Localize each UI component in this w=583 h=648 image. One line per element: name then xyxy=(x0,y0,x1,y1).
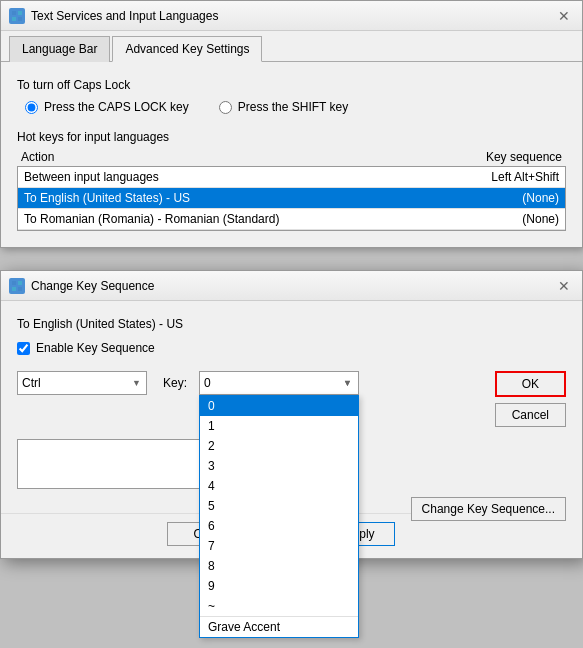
dd-item-1[interactable]: 1 xyxy=(200,416,358,436)
svg-rect-1 xyxy=(18,11,22,15)
dd-item-0[interactable]: 0 xyxy=(200,396,358,416)
caps-lock-label: To turn off Caps Lock xyxy=(17,78,566,92)
svg-rect-7 xyxy=(18,287,22,291)
key-row: Ctrl Left Alt Key: 0 ▼ 0 1 2 3 4 5 xyxy=(17,371,566,427)
key-dropdown-shown[interactable]: 0 ▼ xyxy=(199,371,359,395)
tab-bar: Language Bar Advanced Key Settings xyxy=(1,31,582,62)
main-close-button[interactable]: ✕ xyxy=(554,6,574,26)
dialog-close-button[interactable]: ✕ xyxy=(554,276,574,296)
svg-rect-6 xyxy=(12,287,16,291)
enable-key-sequence-checkbox[interactable] xyxy=(17,342,30,355)
dd-item-tilde[interactable]: ~ xyxy=(200,596,358,616)
main-content: To turn off Caps Lock Press the CAPS LOC… xyxy=(1,62,582,247)
key-select-display: 0 ▼ 0 1 2 3 4 5 6 7 8 9 ~ Grave Accent xyxy=(199,371,359,395)
enable-key-sequence-row: Enable Key Sequence xyxy=(17,341,566,355)
radio-caps-lock-label: Press the CAPS LOCK key xyxy=(44,100,189,114)
ok-cancel-col: OK Cancel xyxy=(495,371,566,427)
table-row-selected[interactable]: To English (United States) - US (None) xyxy=(18,188,565,209)
svg-rect-5 xyxy=(18,281,22,285)
radio-caps-lock-input[interactable] xyxy=(25,101,38,114)
row-action-2: To Romanian (Romania) - Romanian (Standa… xyxy=(24,212,279,226)
key-dropdown-open: 0 1 2 3 4 5 6 7 8 9 ~ Grave Accent xyxy=(199,395,359,638)
row-key-1: (None) xyxy=(522,191,559,205)
table-row[interactable]: Between input languages Left Alt+Shift xyxy=(18,167,565,188)
ctrl-dropdown[interactable]: Ctrl Left Alt xyxy=(17,371,147,395)
dd-item-8[interactable]: 8 xyxy=(200,556,358,576)
main-window-title: Text Services and Input Languages xyxy=(31,9,218,23)
svg-rect-2 xyxy=(12,17,16,21)
tab-language-bar[interactable]: Language Bar xyxy=(9,36,110,62)
dialog-title-bar: Change Key Sequence ✕ xyxy=(1,271,582,301)
dialog-cancel-button[interactable]: Cancel xyxy=(495,403,566,427)
dialog-title-text: Change Key Sequence xyxy=(31,279,154,293)
main-title-bar: Text Services and Input Languages ✕ xyxy=(1,1,582,31)
dd-item-2[interactable]: 2 xyxy=(200,436,358,456)
radio-shift-label: Press the SHIFT key xyxy=(238,100,348,114)
hotkeys-label: Hot keys for input languages xyxy=(17,130,566,144)
hotkeys-section: Hot keys for input languages Action Key … xyxy=(17,130,566,231)
ctrl-select-wrapper: Ctrl Left Alt xyxy=(17,371,147,395)
dialog-ok-button[interactable]: OK xyxy=(495,371,566,397)
change-key-sequence-button[interactable]: Change Key Sequence... xyxy=(411,497,566,521)
window-icon xyxy=(9,8,25,24)
change-key-sequence-dialog: Change Key Sequence ✕ To English (United… xyxy=(0,270,583,559)
radio-caps-lock: Press the CAPS LOCK key xyxy=(25,100,189,114)
row-key-2: (None) xyxy=(522,212,559,226)
table-row-partial[interactable]: To Romanian (Romania) - Romanian (Standa… xyxy=(18,209,565,230)
main-window: Text Services and Input Languages ✕ Lang… xyxy=(0,0,583,248)
dd-item-9[interactable]: 9 xyxy=(200,576,358,596)
dd-item-3[interactable]: 3 xyxy=(200,456,358,476)
row-action-0: Between input languages xyxy=(24,170,159,184)
radio-shift: Press the SHIFT key xyxy=(219,100,348,114)
dialog-content: To English (United States) - US Enable K… xyxy=(1,301,582,513)
hotkeys-table-header: Action Key sequence xyxy=(17,148,566,166)
hotkeys-table: Between input languages Left Alt+Shift T… xyxy=(17,166,566,231)
key-label: Key: xyxy=(163,371,187,395)
svg-rect-0 xyxy=(12,11,16,15)
svg-rect-4 xyxy=(12,281,16,285)
column-key-sequence: Key sequence xyxy=(486,150,562,164)
column-action: Action xyxy=(21,150,54,164)
dialog-title-left: Change Key Sequence xyxy=(9,278,154,294)
radio-shift-input[interactable] xyxy=(219,101,232,114)
dropdown-arrow-icon: ▼ xyxy=(343,378,352,388)
row-key-0: Left Alt+Shift xyxy=(491,170,559,184)
dd-item-7[interactable]: 7 xyxy=(200,536,358,556)
dialog-subtitle: To English (United States) - US xyxy=(17,317,566,331)
tab-advanced-key-settings[interactable]: Advanced Key Settings xyxy=(112,36,262,62)
svg-rect-3 xyxy=(18,17,22,21)
dd-item-4[interactable]: 4 xyxy=(200,476,358,496)
dd-item-5[interactable]: 5 xyxy=(200,496,358,516)
caps-lock-radio-group: Press the CAPS LOCK key Press the SHIFT … xyxy=(25,100,566,114)
dd-item-6[interactable]: 6 xyxy=(200,516,358,536)
title-bar-left: Text Services and Input Languages xyxy=(9,8,218,24)
row-action-1: To English (United States) - US xyxy=(24,191,190,205)
enable-key-sequence-label: Enable Key Sequence xyxy=(36,341,155,355)
key-dropdown-value: 0 xyxy=(204,376,211,390)
dialog-window-icon xyxy=(9,278,25,294)
dd-item-grave-accent[interactable]: Grave Accent xyxy=(200,616,358,637)
